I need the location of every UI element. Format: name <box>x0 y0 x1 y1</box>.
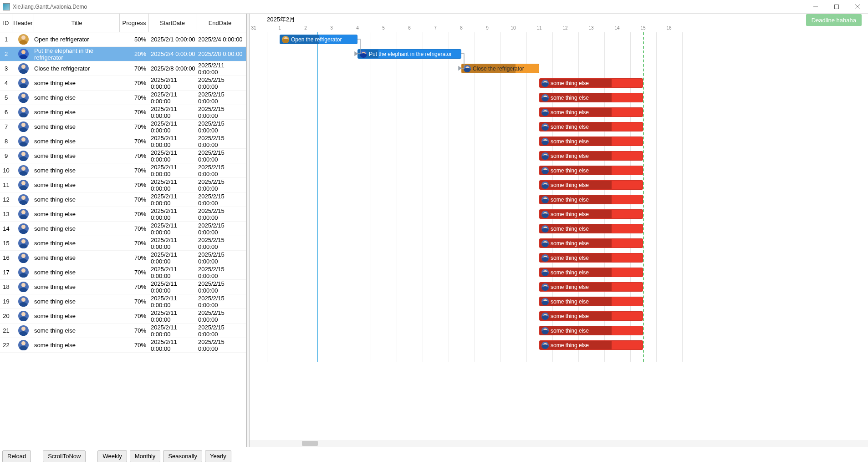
gantt-bar[interactable]: some thing else <box>539 122 643 131</box>
table-row[interactable]: 10some thing else70%2025/2/11 0:00:00202… <box>0 163 246 178</box>
gantt-bar[interactable]: some thing else <box>539 326 643 335</box>
column-header-id[interactable]: ID <box>0 14 12 32</box>
cell-progress: 70% <box>120 236 149 250</box>
avatar-icon <box>541 123 549 131</box>
avatar-icon <box>18 340 29 350</box>
column-header-startdate[interactable]: StartDate <box>149 14 196 32</box>
cell-startdate: 2025/2/4 0:00:00 <box>149 47 196 61</box>
gantt-bar[interactable]: some thing else <box>539 195 643 204</box>
gantt-bar[interactable]: some thing else <box>539 340 643 350</box>
cell-avatar <box>12 47 34 61</box>
gantt-body[interactable]: Open the refrigeratorPut the elephant in… <box>250 32 868 447</box>
yearly-button[interactable]: Yearly <box>205 450 231 462</box>
avatar-icon <box>541 254 549 262</box>
gantt-bar[interactable]: some thing else <box>539 166 643 175</box>
cell-id: 13 <box>0 207 12 221</box>
app-icon <box>3 3 10 10</box>
cell-avatar <box>12 323 34 338</box>
gantt-horizontal-scrollbar[interactable] <box>250 440 868 447</box>
gantt-month-header: 2025年2月 Deadline hahaha <box>250 14 868 25</box>
table-row[interactable]: 4some thing else70%2025/2/11 0:00:002025… <box>0 76 246 91</box>
table-row[interactable]: 15some thing else70%2025/2/11 0:00:00202… <box>0 236 246 251</box>
gantt-bar[interactable]: some thing else <box>539 311 643 321</box>
table-row[interactable]: 11some thing else70%2025/2/11 0:00:00202… <box>0 178 246 192</box>
scrollbar-thumb[interactable] <box>302 441 318 446</box>
table-row[interactable]: 16some thing else70%2025/2/11 0:00:00202… <box>0 251 246 265</box>
cell-startdate: 2025/2/11 0:00:00 <box>149 207 196 221</box>
column-header-enddate[interactable]: EndDate <box>196 14 244 32</box>
monthly-button[interactable]: Monthly <box>130 450 161 462</box>
avatar-icon <box>541 269 549 276</box>
column-header-title[interactable]: Title <box>34 14 120 32</box>
column-header-progress[interactable]: Progress <box>120 14 149 32</box>
table-row[interactable]: 21some thing else70%2025/2/11 0:00:00202… <box>0 323 246 338</box>
cell-enddate: 2025/2/15 0:00:00 <box>196 251 244 265</box>
table-row[interactable]: 22some thing else70%2025/2/11 0:00:00202… <box>0 338 246 353</box>
table-row[interactable]: 19some thing else70%2025/2/11 0:00:00202… <box>0 294 246 309</box>
cell-title: some thing else <box>34 323 120 338</box>
scrolltonow-button[interactable]: ScrollToNow <box>43 450 86 462</box>
deadline-badge[interactable]: Deadline hahaha <box>806 14 862 26</box>
cell-progress: 70% <box>120 323 149 338</box>
cell-avatar <box>12 236 34 250</box>
table-row[interactable]: 13some thing else70%2025/2/11 0:00:00202… <box>0 207 246 222</box>
avatar-icon <box>541 225 549 232</box>
seasonally-button[interactable]: Seasonally <box>163 450 202 462</box>
cell-startdate: 2025/2/11 0:00:00 <box>149 294 196 308</box>
table-row[interactable]: 7some thing else70%2025/2/11 0:00:002025… <box>0 120 246 134</box>
table-row[interactable]: 8some thing else70%2025/2/11 0:00:002025… <box>0 134 246 149</box>
gantt-gridline <box>423 32 423 362</box>
cell-progress: 70% <box>120 338 149 352</box>
table-row[interactable]: 17some thing else70%2025/2/11 0:00:00202… <box>0 265 246 280</box>
gantt-bar[interactable]: some thing else <box>539 151 643 161</box>
cell-title: some thing else <box>34 178 120 192</box>
gantt-bar[interactable]: some thing else <box>539 238 643 248</box>
gantt-bar[interactable]: some thing else <box>539 209 643 219</box>
table-body[interactable]: 1Open the refrigerator50%2025/2/1 0:00:0… <box>0 32 246 447</box>
cell-startdate: 2025/2/11 0:00:00 <box>149 163 196 177</box>
gantt-bar[interactable]: some thing else <box>539 136 643 146</box>
avatar-icon <box>541 152 549 160</box>
reload-button[interactable]: Reload <box>2 450 31 462</box>
table-row[interactable]: 6some thing else70%2025/2/11 0:00:002025… <box>0 105 246 120</box>
table-row[interactable]: 3Close the refrigerator70%2025/2/8 0:00:… <box>0 61 246 76</box>
gantt-day-label: 9 <box>486 25 489 30</box>
window-maximize-button[interactable] <box>826 0 847 14</box>
table-row[interactable]: 12some thing else70%2025/2/11 0:00:00202… <box>0 192 246 207</box>
gantt-bar[interactable]: Put the elephant in the refrigerator <box>357 49 461 59</box>
table-row[interactable]: 5some thing else70%2025/2/11 0:00:002025… <box>0 91 246 105</box>
cell-title: some thing else <box>34 222 120 236</box>
column-header-header[interactable]: Header <box>12 14 34 32</box>
gantt-bar[interactable]: some thing else <box>539 282 643 292</box>
table-row[interactable]: 20some thing else70%2025/2/11 0:00:00202… <box>0 309 246 323</box>
gantt-bar[interactable]: Close the refrigerator <box>461 64 539 73</box>
cell-startdate: 2025/2/11 0:00:00 <box>149 120 196 134</box>
gantt-bar[interactable]: some thing else <box>539 93 643 102</box>
table-row[interactable]: 9some thing else70%2025/2/11 0:00:002025… <box>0 149 246 163</box>
gantt-bar[interactable]: some thing else <box>539 107 643 117</box>
vertical-splitter[interactable] <box>246 14 250 447</box>
gantt-day-label: 7 <box>434 25 437 30</box>
gantt-bar[interactable]: some thing else <box>539 268 643 277</box>
gantt-bar-label: some thing else <box>551 167 589 174</box>
cell-enddate: 2025/2/15 0:00:00 <box>196 323 244 338</box>
cell-title: some thing else <box>34 149 120 163</box>
gantt-bar[interactable]: some thing else <box>539 78 643 88</box>
cell-title: some thing else <box>34 163 120 177</box>
cell-title: some thing else <box>34 120 120 134</box>
table-row[interactable]: 14some thing else70%2025/2/11 0:00:00202… <box>0 222 246 236</box>
table-row[interactable]: 1Open the refrigerator50%2025/2/1 0:00:0… <box>0 32 246 47</box>
gantt-gridline <box>397 32 397 362</box>
gantt-bar[interactable]: some thing else <box>539 253 643 263</box>
cell-id: 17 <box>0 265 12 279</box>
gantt-bar[interactable]: some thing else <box>539 224 643 233</box>
cell-progress: 50% <box>120 32 149 46</box>
table-row[interactable]: 2Put the elephant in the refrigerator20%… <box>0 47 246 61</box>
window-close-button[interactable] <box>847 0 868 14</box>
weekly-button[interactable]: Weekly <box>97 450 127 462</box>
gantt-bar[interactable]: some thing else <box>539 180 643 190</box>
gantt-bar[interactable]: some thing else <box>539 297 643 306</box>
table-row[interactable]: 18some thing else70%2025/2/11 0:00:00202… <box>0 280 246 294</box>
window-minimize-button[interactable] <box>805 0 826 14</box>
gantt-bar[interactable]: Open the refrigerator <box>280 35 357 44</box>
